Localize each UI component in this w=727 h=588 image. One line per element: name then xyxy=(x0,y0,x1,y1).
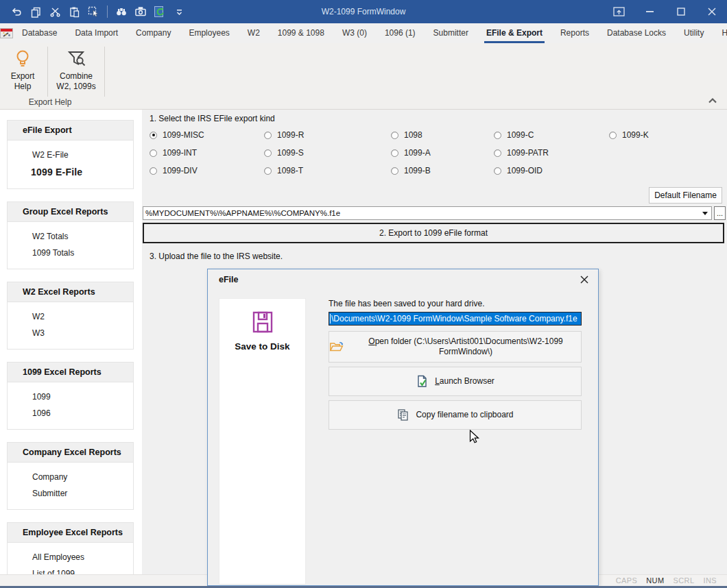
tab-1099-1098[interactable]: 1099 & 1098 xyxy=(269,23,333,43)
dialog-title: eFile xyxy=(219,275,239,284)
tab-data-import[interactable]: Data Import xyxy=(66,23,127,43)
radio-button-icon xyxy=(391,149,398,157)
sidebar-item-w3[interactable]: W3 xyxy=(8,325,133,341)
undo-icon[interactable] xyxy=(8,3,25,20)
combobox-dropdown-button[interactable] xyxy=(699,212,711,215)
sidebar-item-1096[interactable]: 1096 xyxy=(8,405,133,421)
tab-submitter[interactable]: Submitter xyxy=(425,23,477,43)
sidebar-section-company-excel-reports: Company Excel Reports Company Submitter xyxy=(7,442,134,510)
tab-company[interactable]: Company xyxy=(127,23,180,43)
ribbon-display-options-button[interactable] xyxy=(604,0,634,23)
dialog-close-button[interactable] xyxy=(576,272,593,287)
dialog-title-bar[interactable]: eFile xyxy=(208,269,598,290)
step1-label: 1. Select the IRS EFile export kind xyxy=(150,114,275,123)
sidebar-item-all-employees[interactable]: All Employees xyxy=(8,549,133,565)
radio-1099-b[interactable]: 1099-B xyxy=(391,162,494,180)
radio-1099-r[interactable]: 1099-R xyxy=(264,126,391,144)
radio-1098-t[interactable]: 1098-T xyxy=(264,162,391,180)
section-header: Company Excel Reports xyxy=(8,443,133,463)
radio-grid-empty xyxy=(609,144,698,162)
radio-1099-a[interactable]: 1099-A xyxy=(391,144,494,162)
filename-combobox-value: %MYDOCUMENT%\%APPNAME%\%COMPANY%.f1e xyxy=(143,209,699,217)
save-to-disk-panel[interactable]: Save to Disk xyxy=(219,298,306,585)
tab-database[interactable]: Database xyxy=(13,23,66,43)
launch-browser-label: Launch Browser xyxy=(435,376,494,387)
tab-reports[interactable]: Reports xyxy=(551,23,598,43)
default-filename-button[interactable]: Default Filename xyxy=(649,187,722,204)
radio-button-icon xyxy=(391,132,398,139)
radio-1099-k[interactable]: 1099-K xyxy=(609,126,698,144)
sidebar-section-w2-excel-reports: W2 Excel Reports W2 W3 xyxy=(7,282,134,350)
cut-icon[interactable] xyxy=(47,3,63,20)
open-folder-label: Open folder (C:\Users\Artist001\Document… xyxy=(350,336,581,357)
saved-path-field[interactable]: \Documents\W2-1099 FormWindow\Sample Sof… xyxy=(329,312,582,326)
sidebar: eFile Export W2 E-File 1099 E-File Group… xyxy=(0,110,142,574)
copy-filename-button[interactable]: Copy filename to clipboard xyxy=(329,400,582,430)
chevron-down-icon xyxy=(702,212,708,215)
app-menu-icon[interactable] xyxy=(0,23,13,43)
tab-help[interactable]: Help xyxy=(713,23,727,43)
tab-w3[interactable]: W3 (0) xyxy=(333,23,376,43)
tab-1096[interactable]: 1096 (1) xyxy=(376,23,425,43)
sidebar-item-1099[interactable]: 1099 xyxy=(8,389,133,405)
find-icon[interactable] xyxy=(113,3,130,20)
browse-ellipsis-button[interactable]: ... xyxy=(714,206,726,220)
copy-icon[interactable] xyxy=(27,3,44,20)
radio-1099-c[interactable]: 1099-C xyxy=(494,126,609,144)
radio-1099-div[interactable]: 1099-DIV xyxy=(150,162,264,180)
tab-database-locks[interactable]: Database Locks xyxy=(598,23,675,43)
radio-button-icon xyxy=(494,167,501,175)
open-folder-button[interactable]: Open folder (C:\Users\Artist001\Document… xyxy=(329,331,582,363)
sidebar-item-w2[interactable]: W2 xyxy=(8,308,133,325)
screenshot-camera-icon[interactable] xyxy=(132,3,149,20)
minimize-button[interactable] xyxy=(634,0,665,23)
window-controls xyxy=(604,0,727,23)
ribbon: Export Help Combine W2, 1099s Export Hel… xyxy=(0,43,727,110)
radio-1099-misc[interactable]: 1099-MISC xyxy=(150,126,264,144)
tab-utility[interactable]: Utility xyxy=(675,23,713,43)
collapse-ribbon-icon[interactable] xyxy=(706,95,719,105)
ribbon-separator xyxy=(104,47,105,97)
section-header: 1099 Excel Reports xyxy=(8,363,133,382)
radio-1099-int[interactable]: 1099-INT xyxy=(150,144,264,162)
filename-combobox[interactable]: %MYDOCUMENT%\%APPNAME%\%COMPANY%.f1e xyxy=(143,206,712,220)
radio-button-icon xyxy=(264,149,272,157)
sidebar-item-1099-totals[interactable]: 1099 Totals xyxy=(8,245,133,261)
radio-1098[interactable]: 1098 xyxy=(391,126,494,144)
status-scrl: SCRL xyxy=(674,576,695,585)
tab-employees[interactable]: Employees xyxy=(180,23,238,43)
app-window: W2-1099 FormWindow Database Data Import … xyxy=(0,0,727,588)
efile-kind-radio-group: 1099-MISC 1099-R 1098 1099-C 1099-K 1099… xyxy=(150,126,698,180)
customize-toolbar-icon[interactable] xyxy=(171,3,187,20)
step3-label: 3. Upload the file to the IRS website. xyxy=(150,252,283,261)
radio-1099-patr[interactable]: 1099-PATR xyxy=(494,144,609,162)
export-to-efile-button[interactable]: 2. Export to 1099 eFile format xyxy=(143,223,724,243)
radio-button-icon xyxy=(150,167,157,175)
status-num: NUM xyxy=(646,576,664,585)
tab-efile-export[interactable]: EFile & Export xyxy=(477,23,551,43)
close-button[interactable] xyxy=(696,0,727,23)
select-icon[interactable] xyxy=(85,3,102,20)
sidebar-item-w2-totals[interactable]: W2 Totals xyxy=(8,228,133,245)
sidebar-item-1099-efile[interactable]: 1099 E-File xyxy=(8,163,133,181)
sidebar-item-company[interactable]: Company xyxy=(8,469,133,485)
maximize-button[interactable] xyxy=(665,0,696,23)
sidebar-section-1099-excel-reports: 1099 Excel Reports 1099 1096 xyxy=(7,362,134,430)
radio-1099-s[interactable]: 1099-S xyxy=(264,144,391,162)
sidebar-item-w2-efile[interactable]: W2 E-File xyxy=(8,147,133,163)
lightbulb-icon xyxy=(12,48,33,71)
radio-button-icon xyxy=(150,149,157,157)
paste-icon[interactable] xyxy=(66,3,82,20)
copy-filename-label: Copy filename to clipboard xyxy=(416,410,513,420)
combine-label: Combine W2, 1099s xyxy=(52,71,100,92)
refresh-icon[interactable] xyxy=(152,3,168,20)
launch-browser-button[interactable]: Launch Browser xyxy=(329,367,582,396)
radio-button-icon xyxy=(494,149,501,157)
radio-1099-oid[interactable]: 1099-OID xyxy=(494,162,609,180)
ribbon-group-label: Export Help xyxy=(10,97,91,107)
dialog-content: The file has been saved to your hard dri… xyxy=(329,299,582,430)
tab-w2[interactable]: W2 xyxy=(239,23,269,43)
radio-button-icon xyxy=(391,167,398,175)
radio-button-icon xyxy=(494,132,501,139)
sidebar-item-submitter[interactable]: Submitter xyxy=(8,485,133,502)
